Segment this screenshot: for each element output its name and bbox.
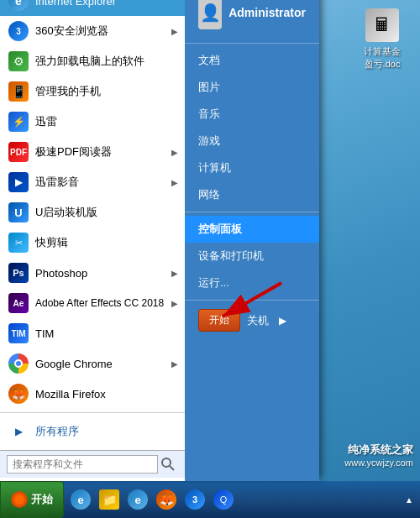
kuai-icon: ✂ xyxy=(8,233,29,253)
taskbar-qq-icon[interactable]: Q xyxy=(210,486,237,513)
search-bar xyxy=(0,450,185,478)
menu-item-label: U启动装机版 xyxy=(35,205,97,220)
shutdown-arrow-icon[interactable]: ▶ xyxy=(279,315,286,327)
menu-left-panel: e Internet Explorer 3 360安全浏览器 ▶ ⚙ 强力卸载电… xyxy=(0,0,185,481)
arrow-icon: ▶ xyxy=(171,359,178,369)
arrow-icon: ▶ xyxy=(171,269,178,278)
right-item-music[interactable]: 音乐 xyxy=(185,101,319,128)
taskbar-ie2-icon[interactable]: e xyxy=(124,486,151,513)
menu-item-uninstall[interactable]: ⚙ 强力卸载电脑上的软件 xyxy=(0,46,185,76)
right-separator xyxy=(185,43,319,44)
menu-item-u[interactable]: U U启动装机版 xyxy=(0,197,185,228)
all-programs-icon: ▶ xyxy=(8,421,29,442)
menu-item-label: 强力卸载电脑上的软件 xyxy=(35,54,144,69)
user-avatar: 👤 xyxy=(198,0,222,29)
menu-item-chrome[interactable]: Google Chrome ▶ xyxy=(0,348,185,379)
start-button[interactable]: 开始 xyxy=(0,481,64,518)
watermark-line2: www.ycwjzy.com xyxy=(344,458,413,468)
taskbar-360-icon[interactable]: 3 xyxy=(181,486,208,513)
desktop-icon-label: 计算基金 盈亏.doc xyxy=(364,45,401,71)
arrow-icon: ▶ xyxy=(171,27,178,36)
uninstall-icon: ⚙ xyxy=(8,51,29,71)
right-separator-3 xyxy=(185,300,319,301)
menu-item-label: 快剪辑 xyxy=(35,235,68,250)
taskbar-folder-icon[interactable]: 📁 xyxy=(96,486,123,513)
right-item-games[interactable]: 游戏 xyxy=(185,128,319,154)
right-item-network[interactable]: 网络 xyxy=(185,181,319,208)
right-item-documents[interactable]: 文档 xyxy=(185,47,319,74)
start-menu: e Internet Explorer 3 360安全浏览器 ▶ ⚙ 强力卸载电… xyxy=(0,0,319,481)
xunlei-icon: ⚡ xyxy=(8,112,29,132)
tim-icon: TIM xyxy=(8,323,29,343)
menu-item-ie[interactable]: e Internet Explorer xyxy=(0,0,185,16)
menu-item-label: TIM xyxy=(35,327,54,340)
pdf-icon: PDF xyxy=(8,142,29,162)
menu-item-xunlei[interactable]: ⚡ 迅雷 xyxy=(0,107,185,137)
watermark-line1: 纯净系统之家 xyxy=(344,442,413,458)
right-item-devices[interactable]: 设备和打印机 xyxy=(185,243,319,269)
menu-item-tim[interactable]: TIM TIM xyxy=(0,318,185,348)
start-button-icon xyxy=(11,491,28,508)
username-label: Administrator xyxy=(228,6,306,19)
firefox-icon: 🦊 xyxy=(8,384,29,404)
shutdown-label[interactable]: 关机 xyxy=(247,313,269,328)
menu-separator xyxy=(0,412,185,413)
menu-item-label: 360安全浏览器 xyxy=(35,24,108,39)
phone-icon: 📱 xyxy=(8,81,29,102)
taskbar: 开始 e 📁 e 🦊 3 Q xyxy=(0,481,420,518)
arrow-icon: ▶ xyxy=(171,148,178,157)
menu-item-pdf[interactable]: PDF 极速PDF阅读器 ▶ xyxy=(0,137,185,167)
arrow-icon: ▶ xyxy=(171,178,178,187)
taskbar-items: e 📁 e 🦊 3 Q xyxy=(64,486,398,513)
menu-item-phone[interactable]: 📱 管理我的手机 xyxy=(0,76,185,107)
menu-item-label: Photoshop xyxy=(35,267,87,280)
menu-item-360[interactable]: 3 360安全浏览器 ▶ xyxy=(0,16,185,46)
right-item-control-panel[interactable]: 控制面板 xyxy=(185,216,319,243)
ie-icon: e xyxy=(8,0,29,11)
watermark: 纯净系统之家 www.ycwjzy.com xyxy=(344,442,413,468)
menu-item-label: 极速PDF阅读器 xyxy=(35,144,112,160)
systray: ▲ xyxy=(398,495,420,505)
menu-item-kuai[interactable]: ✂ 快剪辑 xyxy=(0,228,185,258)
chrome-icon xyxy=(8,353,29,374)
menu-item-label: 迅雷 xyxy=(35,114,57,129)
right-item-computer[interactable]: 计算机 xyxy=(185,154,319,181)
menu-item-label: 管理我的手机 xyxy=(35,84,101,99)
menu-item-firefox[interactable]: 🦊 Mozilla Firefox xyxy=(0,379,185,409)
search-icon[interactable] xyxy=(158,454,178,474)
menu-item-photoshop[interactable]: Ps Photoshop ▶ xyxy=(0,258,185,288)
svg-line-1 xyxy=(170,466,174,470)
photoshop-icon: Ps xyxy=(8,263,29,283)
menu-item-label: 所有程序 xyxy=(35,424,79,439)
menu-item-ae[interactable]: Ae Adobe After Effects CC 2018 ▶ xyxy=(0,288,185,318)
menu-item-label: Internet Explorer xyxy=(35,0,116,8)
shutdown-button[interactable]: 开始 xyxy=(198,309,240,332)
right-separator-2 xyxy=(185,212,319,212)
right-item-run[interactable]: 运行... xyxy=(185,269,319,296)
menu-item-label: Google Chrome xyxy=(35,358,113,370)
u-icon: U xyxy=(8,202,29,222)
taskbar-ie-icon[interactable]: e xyxy=(67,486,94,513)
taskbar-firefox-icon[interactable]: 🦊 xyxy=(153,486,180,513)
desktop-icon-calculator[interactable]: 🖩 计算基金 盈亏.doc xyxy=(353,8,412,71)
menu-item-all-programs[interactable]: ▶ 所有程序 xyxy=(0,416,185,447)
svg-point-0 xyxy=(162,458,171,467)
menu-item-label: 迅雷影音 xyxy=(35,175,79,190)
systray-time: ▲ xyxy=(405,495,413,505)
ae-icon: Ae xyxy=(8,293,29,313)
username-area: 👤 Administrator xyxy=(185,0,319,39)
xunlei-player-icon: ▶ xyxy=(8,172,29,192)
start-button-label: 开始 xyxy=(31,492,53,507)
menu-right-panel: 👤 Administrator 文档 图片 音乐 游戏 计算机 网络 控制面板 … xyxy=(185,0,319,481)
menu-item-xunleiyin[interactable]: ▶ 迅雷影音 ▶ xyxy=(0,167,185,197)
desktop: 🖩 计算基金 盈亏.doc e Internet Explorer 3 360安… xyxy=(0,0,420,518)
menu-item-label: Mozilla Firefox xyxy=(35,388,106,400)
arrow-icon: ▶ xyxy=(171,299,178,308)
menu-item-label: Adobe After Effects CC 2018 xyxy=(35,297,164,309)
shutdown-area: 开始 关机 ▶ xyxy=(185,304,319,337)
search-input[interactable] xyxy=(7,455,158,474)
right-item-pictures[interactable]: 图片 xyxy=(185,74,319,101)
desktop-icons-area: 🖩 计算基金 盈亏.doc xyxy=(353,8,412,71)
360-icon: 3 xyxy=(8,21,29,41)
